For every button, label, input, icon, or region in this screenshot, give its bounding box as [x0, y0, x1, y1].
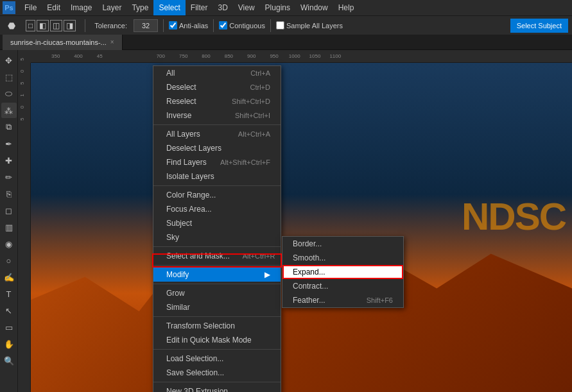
menu-plugins[interactable]: Plugins: [260, 0, 295, 15]
submenu-contract[interactable]: Contract...: [282, 279, 403, 293]
menu-deselect-layers[interactable]: Deselect Layers: [153, 141, 281, 155]
menu-file[interactable]: File: [19, 0, 42, 15]
magic-wand-tool[interactable]: ⁂: [1, 103, 17, 118]
contiguous-group: Contiguous: [219, 21, 265, 30]
crop-tool[interactable]: ⧉: [1, 119, 17, 135]
menu-window[interactable]: Window: [295, 0, 333, 15]
menu-reselect[interactable]: Reselect Shift+Ctrl+D: [153, 94, 281, 108]
text-tool[interactable]: T: [1, 286, 17, 302]
eyedropper-tool[interactable]: ✒: [1, 136, 17, 151]
menu-layer[interactable]: Layer: [97, 0, 126, 15]
menu-quick-mask[interactable]: Edit in Quick Mask Mode: [153, 333, 281, 347]
clone-tool[interactable]: ⎘: [1, 186, 17, 201]
ruler-tick: 400: [73, 53, 83, 59]
logo-text: Ps: [4, 4, 13, 12]
ruler-tick: 45: [96, 53, 104, 59]
menu-isolate-layers[interactable]: Isolate Layers: [153, 169, 281, 183]
menu-all[interactable]: All Ctrl+A: [153, 66, 281, 80]
menu-edit[interactable]: Edit: [42, 0, 65, 15]
canvas-area: 350 400 45 700 750 800 850 900 950 1000 …: [18, 50, 572, 392]
menu-3d[interactable]: 3D: [212, 0, 232, 15]
menu-sep-8: [153, 382, 281, 382]
brush-tool[interactable]: ✏: [1, 169, 17, 185]
canvas-text-overlay: NDSC: [462, 194, 566, 239]
toolbar-sep-3: [213, 19, 214, 32]
ruler-tick: 700: [155, 53, 166, 59]
dodge-tool[interactable]: ○: [1, 253, 17, 268]
ruler-tick: 1000: [288, 53, 302, 59]
active-tab[interactable]: sunrise-in-ciucas-mountains-... ×: [3, 35, 123, 50]
select-subject-button[interactable]: Select Subject: [510, 19, 568, 33]
menu-save-selection[interactable]: Save Selection...: [153, 366, 281, 380]
menu-sep-1: [153, 124, 281, 125]
menu-sep-4: [153, 265, 281, 266]
tools-panel: ✥ ⬚ ⬭ ⁂ ⧉ ✒ ✚ ✏ ⎘ ◻ ▥ ◉ ○ ✍ T ↖ ▭ ✋ 🔍: [0, 50, 18, 392]
app-logo: Ps: [3, 1, 15, 14]
menu-view[interactable]: View: [233, 0, 260, 15]
ruler-tick: 850: [223, 53, 234, 59]
submenu-feather[interactable]: Feather... Shift+F6: [282, 293, 403, 307]
antialias-group: Anti-alias: [169, 21, 208, 30]
ruler-tick: 800: [200, 53, 211, 59]
tolerance-input[interactable]: [134, 19, 158, 32]
menu-filter[interactable]: Filter: [186, 0, 213, 15]
menu-grow[interactable]: Grow: [153, 286, 281, 300]
menu-focus-area[interactable]: Focus Area...: [153, 202, 281, 216]
menu-3d-extrusion[interactable]: New 3D Extrusion: [153, 384, 281, 392]
menu-deselect[interactable]: Deselect Ctrl+D: [153, 80, 281, 94]
select-menu: All Ctrl+A Deselect Ctrl+D Reselect Shif…: [153, 65, 281, 392]
menu-find-layers[interactable]: Find Layers Alt+Shift+Ctrl+F: [153, 155, 281, 169]
menu-sky[interactable]: Sky: [153, 230, 281, 244]
eraser-tool[interactable]: ◻: [1, 203, 17, 218]
move-tool[interactable]: ✥: [1, 53, 17, 68]
menu-color-range[interactable]: Color Range...: [153, 188, 281, 202]
menu-load-selection[interactable]: Load Selection...: [153, 352, 281, 366]
ruler-tick: 750: [178, 53, 189, 59]
menu-modify[interactable]: Modify ▶: [153, 268, 281, 282]
menu-select[interactable]: Select: [153, 0, 185, 15]
menu-sep-5: [153, 284, 281, 284]
toolbar-sep-2: [163, 19, 164, 32]
menu-transform-selection[interactable]: Transform Selection: [153, 319, 281, 333]
submenu-expand[interactable]: Expand...: [282, 265, 403, 279]
lasso-tool[interactable]: ⬭: [1, 86, 17, 101]
toolbar-sep-4: [270, 19, 271, 32]
menubar: Ps File Edit Image Layer Type Select Fil…: [0, 0, 572, 15]
blur-tool[interactable]: ◉: [1, 236, 17, 251]
menu-sep-7: [153, 349, 281, 350]
menu-sep-3: [153, 246, 281, 247]
antialias-checkbox[interactable]: [169, 21, 177, 30]
path-select-tool[interactable]: ↖: [1, 303, 17, 318]
submenu-border[interactable]: Border...: [282, 237, 403, 251]
healing-tool[interactable]: ✚: [1, 153, 17, 168]
menu-similar[interactable]: Similar: [153, 300, 281, 314]
menu-all-layers[interactable]: All Layers Alt+Ctrl+A: [153, 127, 281, 141]
ruler-tick: 1050: [308, 53, 322, 59]
gradient-tool[interactable]: ▥: [1, 219, 17, 235]
tab-close-button[interactable]: ×: [110, 38, 114, 46]
hand-tool[interactable]: ✋: [1, 336, 17, 352]
menu-subject[interactable]: Subject: [153, 216, 281, 230]
ruler-horizontal: 350 400 45 700 750 800 850 900 950 1000 …: [31, 50, 572, 63]
marquee-rect-tool[interactable]: ⬚: [1, 69, 17, 85]
submenu-smooth[interactable]: Smooth...: [282, 251, 403, 265]
ruler-tick: 950: [268, 53, 279, 59]
ruler-tick: 1100: [328, 53, 342, 59]
ruler-tick: 900: [246, 53, 257, 59]
zoom-tool[interactable]: 🔍: [1, 353, 17, 368]
shape-tool[interactable]: ▭: [1, 320, 17, 335]
menu-inverse[interactable]: Inverse Shift+Ctrl+I: [153, 108, 281, 123]
sample-all-checkbox[interactable]: [276, 21, 284, 30]
menu-image[interactable]: Image: [65, 0, 97, 15]
contiguous-checkbox[interactable]: [219, 21, 227, 30]
toolbar-tool-wand: ⬣: [4, 19, 19, 32]
sample-all-group: Sample All Layers: [276, 21, 343, 30]
tab-filename: sunrise-in-ciucas-mountains-...: [10, 38, 107, 46]
menu-help[interactable]: Help: [333, 0, 360, 15]
menu-type[interactable]: Type: [126, 0, 153, 15]
modify-submenu: Border... Smooth... Expand... Contract..…: [282, 236, 404, 308]
tabbar: sunrise-in-ciucas-mountains-... ×: [0, 35, 572, 50]
menu-select-mask[interactable]: Select and Mask... Alt+Ctrl+R: [153, 249, 281, 263]
ruler-vertical: 5 0 1 5 0 5 0 5 0 5 0 5 3 5 0 3 5 4 0 4 …: [18, 63, 31, 392]
pen-tool[interactable]: ✍: [1, 269, 17, 285]
